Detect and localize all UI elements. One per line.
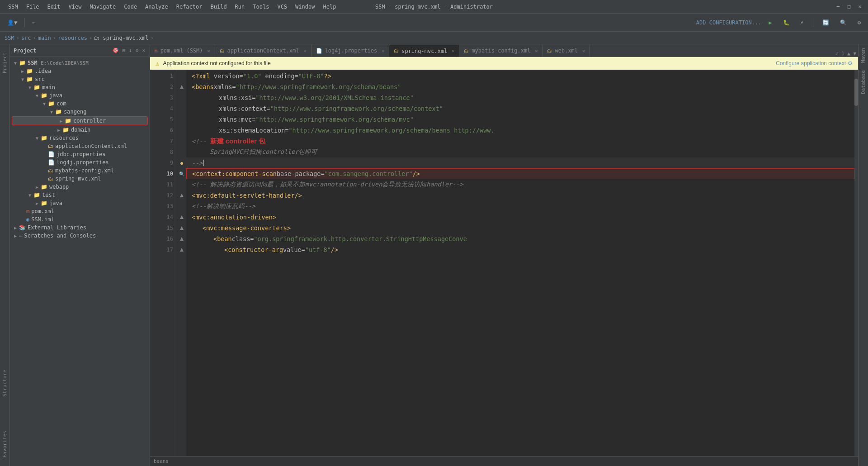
database-tab[interactable]: Database	[859, 67, 867, 98]
sort-btn[interactable]: ↕	[128, 47, 133, 54]
code-line-13: <!--解决响应乱码-->	[186, 201, 854, 212]
tree-item-idea[interactable]: ▶ 📁 .idea	[10, 67, 150, 75]
structure-tab[interactable]: Structure	[1, 366, 9, 400]
debug-button[interactable]: 🐛	[779, 18, 793, 28]
breadcrumb-src[interactable]: src	[21, 35, 31, 41]
menu-ssm[interactable]: SSM	[5, 3, 22, 11]
maximize-button[interactable]: □	[845, 3, 853, 10]
tab-log4j[interactable]: 📄 log4j.properties ✕	[311, 45, 390, 57]
icon-scratches: ✏	[19, 233, 22, 239]
code-text-3a: xmlns:xsi=	[219, 94, 255, 101]
search-button[interactable]: 🔍	[836, 18, 850, 28]
breadcrumb-file[interactable]: 🗂 spring-mvc.xml	[94, 35, 148, 41]
menu-code[interactable]: Code	[120, 3, 141, 11]
code-line-17: <constructor-arg value="utf-8"/>	[186, 244, 854, 255]
tab-split-btn[interactable]: ✓ 1 ▲ ▼	[835, 51, 856, 57]
menu-vcs[interactable]: VCS	[274, 3, 291, 11]
close-button[interactable]: ✕	[856, 3, 863, 10]
profile-run-button[interactable]: ⚡	[797, 18, 807, 28]
menu-window[interactable]: Window	[292, 3, 318, 11]
code-text-2c: "http://www.springframework.org/schema/b…	[236, 83, 401, 90]
tree-item-mybatis[interactable]: ▶ 🗂 mybatis-config.xml	[10, 166, 150, 175]
settings-panel-btn[interactable]: ⚙	[135, 47, 140, 54]
toolbar-profile-btn[interactable]: 👤▼	[4, 18, 21, 28]
code-text-10d: "com.sangeng.controller"	[325, 170, 413, 177]
tab-close-log4j[interactable]: ✕	[382, 48, 384, 53]
tree-arrow-ssm: ▼	[12, 61, 19, 66]
tab-close-springmvc[interactable]: ✕	[452, 48, 454, 53]
tree-item-test-java[interactable]: ▶ 📁 java	[10, 199, 150, 207]
menu-build[interactable]: Build	[207, 3, 230, 11]
tree-item-extlib[interactable]: ▶ 📚 External Libraries	[10, 223, 150, 232]
run-button[interactable]: ▶	[765, 18, 775, 28]
tree-item-controller[interactable]: ▶ 📁 controller	[12, 116, 148, 125]
file-icon-mybatis: 🗂	[48, 167, 53, 174]
code-text-10b: context:component-scan	[196, 170, 277, 177]
tree-item-springmvc[interactable]: ▶ 🗂 spring-mvc.xml	[10, 175, 150, 183]
tab-springmvc[interactable]: 🗂 spring-mvc.xml ✕	[389, 45, 459, 57]
tree-item-webapp[interactable]: ▶ 📁 webapp	[10, 183, 150, 191]
tab-webxml[interactable]: 🗂 web.xml ✕	[542, 45, 590, 57]
tree-item-src[interactable]: ▼ 📁 src	[10, 75, 150, 83]
configure-context-btn[interactable]: Configure application context ⚙	[776, 60, 853, 67]
tree-label-src: src	[35, 76, 45, 82]
favorites-tab[interactable]: Favorites	[1, 427, 9, 461]
vertical-scrollbar[interactable]	[854, 70, 858, 456]
tree-item-main[interactable]: ▼ 📁 main	[10, 83, 150, 91]
code-line-11: <!-- 解决静态资源访问问题，如果不加mvc:annotation-drive…	[186, 179, 854, 190]
tree-item-domain[interactable]: ▶ 📁 domain	[10, 126, 150, 134]
tree-item-java[interactable]: ▼ 📁 java	[10, 91, 150, 100]
toolbar-back-btn[interactable]: ←	[28, 18, 39, 28]
folder-icon-idea: 📁	[26, 68, 33, 74]
tab-close-pom[interactable]: ✕	[208, 48, 210, 53]
tab-close-webxml[interactable]: ✕	[582, 48, 585, 53]
tree-item-appctx[interactable]: ▶ 🗂 applicationContext.xml	[10, 142, 150, 150]
tree-item-iml[interactable]: ▶ ◉ SSM.iml	[10, 215, 150, 223]
project-tab[interactable]: Project	[1, 49, 9, 77]
tree-item-sangeng[interactable]: ▼ 📁 sangeng	[10, 108, 150, 116]
tab-mybatis[interactable]: 🗂 mybatis-config.xml ✕	[459, 45, 542, 57]
tree-item-scratches[interactable]: ▶ ✏ Scratches and Consoles	[10, 232, 150, 240]
menu-tools[interactable]: Tools	[249, 3, 273, 11]
tree-item-pom[interactable]: ▶ m pom.xml	[10, 207, 150, 215]
tree-label-controller: controller	[73, 118, 106, 124]
toolbar: 👤▼ ← ADD CONFIGURATION... ▶ 🐛 ⚡ 🔄 🔍 ⚙	[0, 14, 868, 32]
update-button[interactable]: 🔄	[819, 18, 833, 28]
code-editor[interactable]: 1 2 3 4 5 6 7 8 9 10 11 12 13 14 15 16 1…	[150, 70, 858, 456]
menu-edit[interactable]: Edit	[44, 3, 64, 11]
code-content[interactable]: <?xml version="1.0" encoding="UTF-8"?> <…	[186, 70, 854, 456]
locate-file-btn[interactable]: 🎯	[112, 47, 120, 54]
menu-view[interactable]: View	[65, 3, 85, 11]
tab-pom[interactable]: m pom.xml (SSM) ✕	[150, 45, 215, 57]
tree-item-ssm[interactable]: ▼ 📁 SSM E:\Code\IDEA\SSM	[10, 59, 150, 67]
menu-run[interactable]: Run	[231, 3, 249, 11]
code-text-17c: value=	[283, 246, 305, 253]
tree-item-resources[interactable]: ▼ 📁 resources	[10, 134, 150, 142]
code-line-7: <!-- 新建 controller 包	[186, 136, 854, 147]
breadcrumb-ssm[interactable]: SSM	[5, 35, 14, 41]
menu-navigate[interactable]: Navigate	[86, 3, 119, 11]
menu-analyze[interactable]: Analyze	[142, 3, 172, 11]
close-panel-btn[interactable]: ✕	[141, 47, 146, 54]
breadcrumb-main[interactable]: main	[38, 35, 51, 41]
tree-item-test[interactable]: ▼ 📁 test	[10, 191, 150, 199]
scrollbar-thumb[interactable]	[854, 79, 858, 106]
tree-item-com[interactable]: ▼ 📁 com	[10, 100, 150, 108]
menu-file[interactable]: File	[23, 3, 43, 11]
folder-icon-test: 📁	[33, 192, 40, 198]
tab-close-appctx[interactable]: ✕	[304, 48, 307, 53]
breadcrumb-resources[interactable]: resources	[58, 35, 87, 41]
tab-close-mybatis[interactable]: ✕	[535, 48, 538, 53]
settings-button[interactable]: ⚙	[854, 18, 864, 28]
maven-tab[interactable]: Maven	[859, 44, 867, 67]
minimize-button[interactable]: ─	[835, 3, 842, 10]
add-configuration-button[interactable]: ADD CONFIGURATION...	[696, 19, 762, 26]
code-text-4a: xmlns:context=	[219, 105, 270, 112]
menu-refactor[interactable]: Refactor	[173, 3, 206, 11]
tree-item-jdbc[interactable]: ▶ 📄 jdbc.properties	[10, 150, 150, 158]
collapse-all-btn[interactable]: ⊟	[122, 47, 127, 54]
tree-item-log4j[interactable]: ▶ 📄 log4j.properties	[10, 158, 150, 166]
tab-appctx[interactable]: 🗂 applicationContext.xml ✕	[215, 45, 311, 57]
tab-label-log4j: log4j.properties	[325, 48, 377, 54]
menu-help[interactable]: Help	[319, 3, 340, 11]
